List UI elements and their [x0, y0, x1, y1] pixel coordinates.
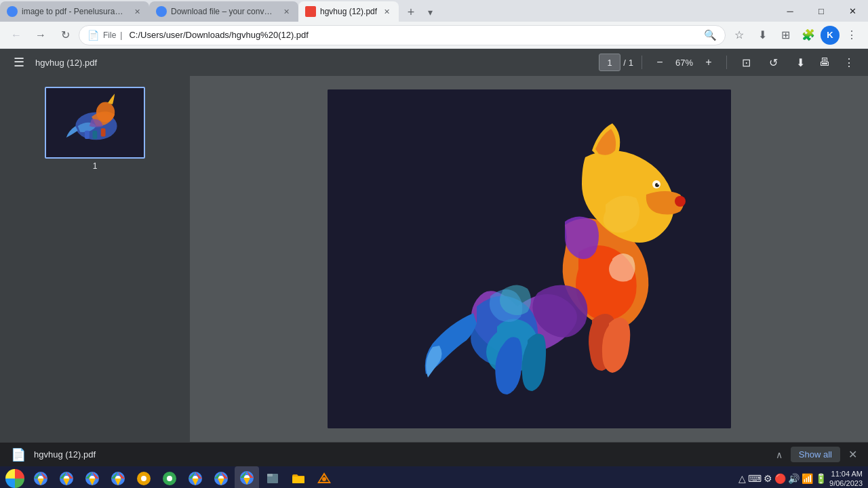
- svg-rect-3: [85, 131, 90, 139]
- chrome-icon-3: [85, 471, 100, 486]
- tab-3[interactable]: hgvhug (12).pdf ✕: [298, 1, 399, 22]
- taskbar-chrome-7[interactable]: [183, 466, 208, 488]
- pdf-print-button[interactable]: 🖶: [814, 52, 835, 73]
- page-controls: / 1: [599, 54, 633, 71]
- taskbar-time-text: 11:04 AM: [829, 469, 863, 479]
- pdf-toolbar: ☰ hgvhug (12).pdf / 1 − 67% + ⊡ ↺ ⬇ 🖶 ⋮: [0, 49, 868, 76]
- taskbar-clock[interactable]: 11:04 AM 9/06/2023: [829, 469, 863, 488]
- pdf-main-view: [190, 76, 868, 442]
- pdf-toolbar-right: ⬇ 🖶 ⋮: [789, 52, 860, 73]
- forward-button[interactable]: →: [30, 24, 52, 46]
- chrome-icon-1: [33, 471, 48, 486]
- zoom-in-button[interactable]: +: [699, 53, 718, 72]
- tab-scroll-button[interactable]: ▾: [420, 3, 439, 22]
- maximize-button[interactable]: □: [806, 0, 837, 22]
- svg-point-20: [141, 476, 146, 481]
- page-number-input[interactable]: [599, 54, 620, 71]
- address-text: C:/Users/user/Downloads/hgvhug%20(12).pd…: [129, 30, 700, 40]
- system-tray: △ ⌨ ⚙ 🔴 🔊 📶 🔋 11:04 AM 9/06/2023: [738, 469, 863, 488]
- thumbnail-image: [46, 88, 144, 158]
- zoom-value: 67%: [672, 58, 696, 68]
- taskbar-chrome-4[interactable]: [106, 466, 130, 488]
- bookmark-button[interactable]: ☆: [728, 24, 750, 46]
- chrome-menu-button[interactable]: ⋮: [841, 24, 863, 46]
- tabs-area: image to pdf - Penelusuran Goo... ✕ Down…: [0, 0, 774, 22]
- toolbar-divider-2: [726, 56, 727, 69]
- taskbar-chrome-2[interactable]: [54, 466, 79, 488]
- download-file-icon: 📄: [11, 447, 26, 462]
- close-button[interactable]: ✕: [837, 0, 868, 22]
- download-expand-button[interactable]: ∧: [776, 449, 783, 460]
- start-button[interactable]: [3, 466, 27, 488]
- thumbnail-container-1: 1: [45, 87, 145, 171]
- start-icon: [5, 469, 24, 488]
- show-all-button[interactable]: Show all: [791, 447, 840, 462]
- tab-2[interactable]: Download file – your conversion... ✕: [149, 1, 298, 22]
- svg-rect-4: [92, 131, 97, 139]
- chrome-icon-2: [59, 471, 74, 486]
- tray-battery-icon[interactable]: 🔋: [815, 473, 827, 484]
- pdf-content: 1: [0, 76, 868, 442]
- taskbar-files[interactable]: [260, 466, 285, 488]
- titlebar: image to pdf - Penelusuran Goo... ✕ Down…: [0, 0, 868, 22]
- tray-icon-1[interactable]: △: [738, 473, 746, 484]
- chrome-icon-4: [111, 471, 125, 486]
- taskbar-chrome-8[interactable]: [209, 466, 233, 488]
- svg-point-33: [322, 477, 326, 481]
- back-button[interactable]: ←: [5, 24, 27, 46]
- taskbar-chrome-active[interactable]: [235, 466, 259, 488]
- tab-2-favicon: [156, 6, 167, 17]
- pdf-sidebar: 1: [0, 76, 190, 442]
- downloads-button[interactable]: ⬇: [751, 24, 773, 46]
- tab-1-close[interactable]: ✕: [132, 6, 142, 17]
- file-icon: 📄: [87, 30, 99, 41]
- tray-icon-4[interactable]: 🔴: [774, 473, 786, 484]
- svg-rect-30: [267, 474, 273, 476]
- tab-1-favicon: [7, 6, 18, 17]
- wolf-illustration: [328, 89, 731, 428]
- pdf-menu-button[interactable]: ☰: [8, 52, 30, 73]
- pdf-download-button[interactable]: ⬇: [789, 52, 811, 73]
- tab-2-title: Download file – your conversion...: [171, 7, 277, 16]
- tab-2-close[interactable]: ✕: [281, 6, 292, 17]
- window-controls: ─ □ ✕: [774, 0, 868, 22]
- chrome-icon-5: [136, 471, 151, 486]
- taskbar-chrome-1[interactable]: [28, 466, 53, 488]
- download-bar-close-button[interactable]: ✕: [848, 448, 857, 461]
- minimize-button[interactable]: ─: [774, 0, 806, 22]
- tray-icon-5[interactable]: 🔊: [788, 473, 800, 484]
- profile-button[interactable]: K: [821, 26, 840, 45]
- svg-point-10: [657, 183, 659, 185]
- download-filename: hgvhug (12).pdf: [34, 449, 768, 460]
- taskbar-vlc[interactable]: [312, 466, 336, 488]
- taskbar-chrome-6[interactable]: [157, 466, 182, 488]
- tab-switcher-button[interactable]: ⊞: [774, 24, 796, 46]
- page-thumbnail-1[interactable]: [45, 87, 145, 159]
- search-icon: 🔍: [704, 29, 717, 41]
- pdf-title: hgvhug (12).pdf: [35, 58, 593, 68]
- tray-icon-6[interactable]: 📶: [802, 473, 813, 484]
- taskbar-chrome-3[interactable]: [80, 466, 104, 488]
- new-tab-button[interactable]: +: [401, 3, 420, 22]
- extensions-button[interactable]: 🧩: [797, 24, 819, 46]
- address-bar[interactable]: 📄 File | C:/Users/user/Downloads/hgvhug%…: [79, 25, 726, 45]
- omnibar: ← → ↻ 📄 File | C:/Users/user/Downloads/h…: [0, 22, 868, 49]
- tab-1[interactable]: image to pdf - Penelusuran Goo... ✕: [0, 1, 149, 22]
- chrome-icon-8: [214, 471, 229, 486]
- taskbar-date-text: 9/06/2023: [829, 479, 863, 488]
- taskbar-folder[interactable]: [286, 466, 311, 488]
- fit-page-button[interactable]: ⊡: [735, 52, 757, 73]
- pdf-more-button[interactable]: ⋮: [838, 52, 860, 73]
- omnibar-actions: ☆ ⬇ ⊞ 🧩 K ⋮: [728, 24, 863, 46]
- zoom-out-button[interactable]: −: [650, 53, 669, 72]
- tray-icon-3[interactable]: ⚙: [764, 473, 772, 484]
- tab-3-close[interactable]: ✕: [381, 6, 392, 17]
- rotate-button[interactable]: ↺: [762, 52, 784, 73]
- reload-button[interactable]: ↻: [54, 24, 76, 46]
- tray-icon-2[interactable]: ⌨: [748, 473, 762, 484]
- page-separator: /: [623, 58, 626, 68]
- svg-point-7: [675, 196, 686, 207]
- chrome-icon-6: [162, 471, 177, 486]
- vlc-icon: [317, 471, 332, 486]
- taskbar-chrome-5[interactable]: [132, 466, 156, 488]
